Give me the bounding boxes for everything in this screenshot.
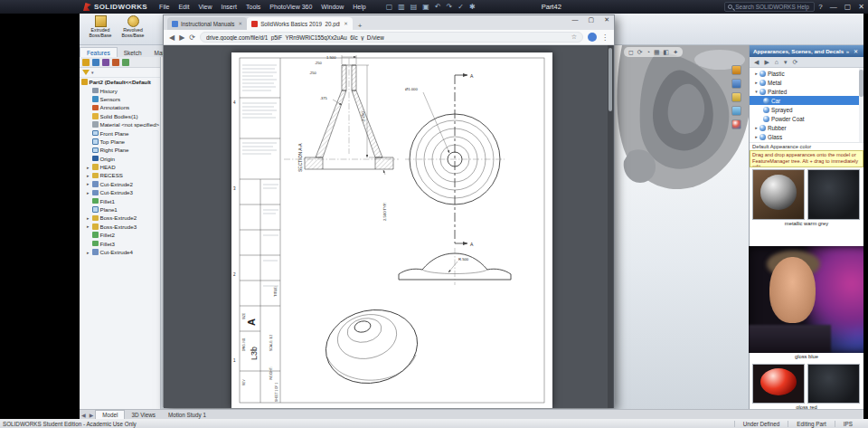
menu-photoview[interactable]: PhotoView 360	[265, 4, 316, 10]
menu-help[interactable]: Help	[348, 4, 370, 10]
new-tab-button[interactable]: +	[353, 22, 368, 30]
tree-item[interactable]: Sensors	[80, 95, 160, 103]
swatch-dark[interactable]	[807, 364, 860, 404]
search-input[interactable]: Search SOLIDWORKS Help	[724, 2, 815, 12]
view-palette-tab-icon[interactable]	[731, 106, 741, 116]
options-icon[interactable]: ✱	[467, 0, 478, 14]
redo-icon[interactable]: ↷	[444, 0, 456, 14]
tree-item[interactable]: Plane1	[80, 205, 160, 214]
tree-item[interactable]: Top Plane	[80, 138, 160, 146]
tree-item[interactable]: Fillet1	[80, 196, 160, 204]
tabs-scroll-left-icon[interactable]: ◀	[80, 412, 88, 418]
tree-item[interactable]: ▸HEAD	[80, 163, 160, 171]
pane-close-icon[interactable]: ✕	[852, 48, 860, 54]
tab-model[interactable]: Model	[95, 410, 125, 419]
pane-home-icon[interactable]: ⌂	[775, 59, 778, 65]
tree-item[interactable]: ▸Cut-Extrude2	[80, 180, 160, 188]
tree-item[interactable]: Fillet2	[80, 231, 160, 239]
tree-item[interactable]: ▸Cut-Extrude3	[80, 188, 160, 196]
appearance-category[interactable]: Sprayed	[750, 105, 863, 114]
pdf-scrollbar-thumb[interactable]	[609, 48, 612, 111]
status-units[interactable]: IPS	[835, 421, 861, 427]
appearance-category-selected[interactable]: Car	[750, 96, 863, 105]
appearance-category[interactable]: Powder Coat	[750, 114, 863, 123]
tree-item[interactable]: ▸RECESS	[80, 171, 160, 179]
appearance-category[interactable]: ▸Glass	[750, 132, 863, 141]
tree-item[interactable]: Annotations	[80, 103, 160, 111]
restore-icon[interactable]: ▢	[841, 0, 855, 14]
tree-item[interactable]: ▸Boss-Extrude2	[80, 214, 160, 222]
pane-forward-icon[interactable]: ▶	[764, 59, 769, 66]
appearance-category[interactable]: ▸Plastic	[750, 69, 863, 78]
browser-back-icon[interactable]: ◀	[169, 33, 175, 42]
address-bar[interactable]: drive.google.com/file/d/1_p5iF_YRn9WRiC1…	[200, 32, 583, 43]
browser-menu-icon[interactable]: ⋮	[601, 33, 609, 42]
bookmark-star-icon[interactable]: ☆	[571, 33, 577, 41]
dimxpertmanager-tab-icon[interactable]	[112, 59, 119, 66]
undo-icon[interactable]: ↶	[432, 0, 444, 14]
tree-item[interactable]: Front Plane	[80, 128, 160, 137]
help-icon[interactable]: ?	[815, 0, 826, 14]
profile-avatar[interactable]	[588, 33, 597, 42]
extruded-boss-button[interactable]: Extruded Boss/Base	[85, 14, 116, 44]
save-icon[interactable]: ▤	[408, 0, 420, 14]
collapse-icon[interactable]: ▾	[753, 89, 760, 94]
revolved-boss-button[interactable]: Revolved Boss/Base	[118, 14, 148, 44]
zoom-fit-icon[interactable]: ◻	[628, 49, 634, 56]
appearance-icon[interactable]: ◧	[664, 49, 670, 56]
expand-icon[interactable]: ▸	[753, 71, 760, 76]
pane-back-icon[interactable]: ◀	[754, 59, 759, 66]
swatch-metallic-warm-grey[interactable]	[752, 169, 805, 220]
menu-file[interactable]: File	[155, 4, 174, 10]
tab-close-icon[interactable]: ✕	[238, 21, 243, 26]
appearance-category[interactable]: ▸Rubber	[750, 123, 863, 132]
view-settings-icon[interactable]: ✦	[673, 49, 678, 56]
design-library-tab-icon[interactable]	[731, 79, 741, 89]
browser-close-icon[interactable]: ✕	[604, 16, 609, 24]
menu-window[interactable]: Window	[316, 4, 348, 10]
3d-part-model[interactable]	[613, 45, 750, 199]
expand-icon[interactable]: ▸	[753, 80, 760, 85]
filter-dropdown-icon[interactable]: ▾	[91, 70, 94, 75]
tree-root[interactable]: Part2 (Default<<Default	[80, 78, 160, 86]
tab-sketch[interactable]: Sketch	[118, 48, 148, 57]
display-style-icon[interactable]: ◔	[646, 49, 650, 55]
tab-3d-views[interactable]: 3D Views	[125, 411, 161, 419]
tab-motion-study[interactable]: Motion Study 1	[162, 411, 212, 419]
pane-dropdown-icon[interactable]: ▾	[784, 59, 788, 66]
featuremanager-tab-icon[interactable]	[82, 59, 90, 66]
tree-item[interactable]: ▸Cut-Extrude4	[80, 248, 160, 256]
displaymanager-tab-icon[interactable]	[122, 59, 129, 66]
tree-item[interactable]: Right Plane	[80, 146, 160, 154]
tree-item[interactable]: History	[80, 86, 160, 94]
hide-show-icon[interactable]: ▦	[654, 49, 660, 56]
menu-insert[interactable]: Insert	[217, 4, 242, 10]
menu-tools[interactable]: Tools	[241, 4, 265, 10]
tab-features[interactable]: Features	[80, 47, 118, 57]
view-orientation-icon[interactable]: ⟳	[637, 49, 643, 56]
appearances-tab-icon[interactable]	[731, 119, 741, 129]
tabs-scroll-right-icon[interactable]: ▶	[88, 412, 96, 418]
file-explorer-tab-icon[interactable]	[731, 92, 741, 102]
rebuild-icon[interactable]: ✓	[455, 0, 467, 14]
tree-item[interactable]: Solid Bodies(1)	[80, 112, 160, 120]
tab-close-icon[interactable]: ✕	[343, 21, 348, 26]
menu-edit[interactable]: Edit	[174, 4, 193, 10]
resources-tab-icon[interactable]	[731, 65, 741, 75]
expand-icon[interactable]: ▸	[753, 125, 760, 130]
browser-forward-icon[interactable]: ▶	[179, 33, 184, 42]
filter-funnel-icon[interactable]	[82, 70, 90, 75]
print-icon[interactable]: ▣	[420, 0, 432, 14]
configurationmanager-tab-icon[interactable]	[102, 59, 109, 66]
browser-reload-icon[interactable]: ⟳	[189, 33, 195, 42]
expand-icon[interactable]: ▸	[753, 134, 760, 139]
pane-refresh-icon[interactable]: ⟳	[793, 59, 798, 66]
menu-view[interactable]: View	[193, 4, 216, 10]
tree-item[interactable]: Material <not specified>	[80, 120, 160, 128]
tree-item[interactable]: Fillet3	[80, 239, 160, 247]
propertymanager-tab-icon[interactable]	[92, 59, 99, 66]
browser-tab-pdf[interactable]: SolidWorks Basics 2019_20.pdf ✕	[247, 17, 353, 30]
browser-maximize-icon[interactable]: ▢	[589, 16, 595, 24]
tree-item[interactable]: ▸Boss-Extrude3	[80, 223, 160, 231]
new-document-icon[interactable]: ▢	[383, 0, 396, 14]
